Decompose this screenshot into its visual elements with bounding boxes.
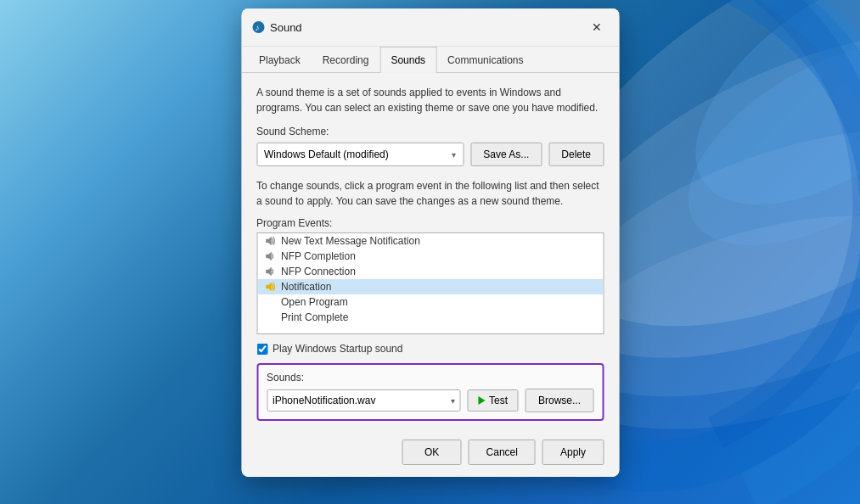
event-label: NFP Connection: [281, 266, 356, 277]
program-events-label: Program Events:: [256, 217, 604, 229]
dialog-overlay: ♪ Sound ✕ Playback Recording Sounds Comm…: [241, 8, 619, 477]
svg-marker-9: [266, 252, 271, 260]
event-label: NFP Completion: [281, 250, 356, 262]
speaker-icon: [264, 251, 276, 261]
delete-button[interactable]: Delete: [548, 143, 604, 166]
scheme-value: Windows Default (modified): [264, 148, 389, 160]
event-item[interactable]: NFP Connection: [257, 264, 603, 279]
spacer-icon: [264, 312, 276, 322]
dialog-content: A sound theme is a set of sounds applied…: [241, 73, 619, 431]
change-description: To change sounds, click a program event …: [256, 178, 604, 209]
event-item[interactable]: Open Program: [257, 294, 603, 310]
checkbox-row: Play Windows Startup sound: [256, 343, 604, 355]
desktop: ♪ Sound ✕ Playback Recording Sounds Comm…: [0, 0, 860, 504]
speaker-icon: [264, 266, 276, 277]
speaker-icon: [264, 236, 276, 246]
svg-marker-10: [266, 267, 271, 276]
tabs-bar: Playback Recording Sounds Communications: [241, 47, 619, 73]
ok-button[interactable]: OK: [402, 440, 462, 465]
title-bar-left: ♪ Sound: [251, 20, 302, 34]
sounds-label: Sounds:: [267, 372, 593, 384]
sounds-dropdown[interactable]: iPhoneNotification.wav ▾: [267, 389, 461, 412]
sounds-section: Sounds: iPhoneNotification.wav ▾ Test Br…: [256, 363, 604, 421]
event-label: Notification: [281, 281, 331, 293]
scheme-dropdown[interactable]: Windows Default (modified) ▾: [256, 143, 464, 166]
description-text: A sound theme is a set of sounds applied…: [256, 85, 604, 115]
tab-playback[interactable]: Playback: [248, 47, 312, 73]
cancel-button[interactable]: Cancel: [469, 440, 536, 465]
apply-button[interactable]: Apply: [542, 440, 604, 465]
sound-dialog: ♪ Sound ✕ Playback Recording Sounds Comm…: [241, 8, 619, 477]
scheme-row: Windows Default (modified) ▾ Save As... …: [256, 143, 604, 166]
tab-communications[interactable]: Communications: [436, 47, 534, 73]
test-button[interactable]: Test: [468, 389, 519, 412]
browse-button[interactable]: Browse...: [526, 389, 593, 412]
svg-text:♪: ♪: [255, 23, 259, 32]
speaker-icon: [264, 282, 276, 292]
startup-sound-checkbox[interactable]: [256, 343, 267, 354]
tab-recording[interactable]: Recording: [312, 47, 380, 73]
title-bar: ♪ Sound ✕: [241, 8, 619, 47]
event-label: Print Complete: [281, 311, 348, 323]
play-icon: [479, 396, 486, 405]
sounds-value: iPhoneNotification.wav: [273, 395, 375, 406]
event-label: Open Program: [281, 296, 348, 308]
tab-sounds[interactable]: Sounds: [379, 47, 436, 73]
test-label: Test: [489, 395, 508, 406]
spacer-icon: [264, 297, 276, 307]
event-item[interactable]: New Text Message Notification: [257, 233, 603, 249]
close-button[interactable]: ✕: [585, 15, 609, 39]
startup-sound-label[interactable]: Play Windows Startup sound: [273, 343, 402, 355]
event-label: New Text Message Notification: [281, 235, 420, 247]
chevron-down-icon: ▾: [451, 395, 455, 405]
save-as-button[interactable]: Save As...: [470, 143, 542, 166]
events-list[interactable]: New Text Message Notification NFP Comple…: [256, 232, 604, 334]
event-item[interactable]: NFP Completion: [257, 249, 603, 264]
sound-scheme-label: Sound Scheme:: [256, 126, 604, 137]
event-item[interactable]: Print Complete: [257, 310, 603, 325]
sound-icon: ♪: [251, 20, 265, 34]
chevron-down-icon: ▾: [452, 149, 456, 159]
dialog-title: Sound: [270, 20, 302, 33]
dialog-footer: OK Cancel Apply: [241, 431, 619, 477]
svg-marker-8: [266, 237, 271, 245]
sounds-row: iPhoneNotification.wav ▾ Test Browse...: [267, 389, 593, 412]
event-item[interactable]: Notification: [257, 279, 603, 294]
svg-marker-11: [266, 283, 271, 291]
